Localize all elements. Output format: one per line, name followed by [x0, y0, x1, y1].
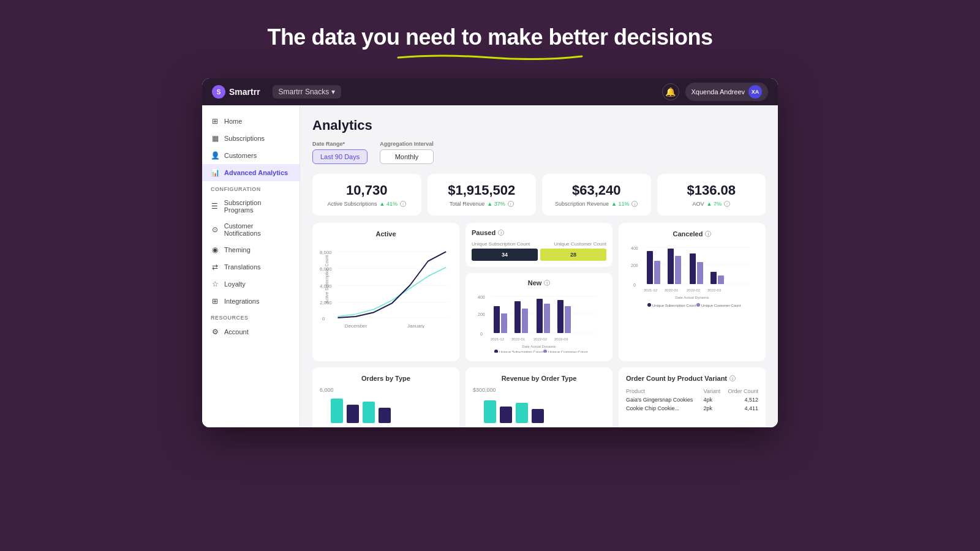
- sidebar-item-theming[interactable]: ◉ Theming: [202, 241, 300, 258]
- headline-text: The data you need to make better decisio…: [267, 24, 712, 50]
- headline-underline: [392, 53, 588, 60]
- right-charts-col-1: Paused i Unique Subscription Count Uniqu…: [466, 223, 612, 361]
- resources-section-label: Resources: [202, 310, 300, 323]
- sidebar-item-customer-notifications[interactable]: ⊙ Customer Notifications: [202, 218, 300, 241]
- variant-name: 2pk: [703, 404, 723, 413]
- bell-icon: 🔔: [665, 87, 676, 97]
- sidebar-item-subscriptions[interactable]: ▦ Subscriptions: [202, 130, 300, 147]
- account-icon: ⚙: [211, 328, 219, 336]
- svg-rect-21: [514, 301, 521, 333]
- svg-rect-65: [516, 403, 528, 423]
- subscriptions-icon: ▦: [211, 134, 219, 143]
- svg-rect-19: [494, 306, 500, 333]
- user-avatar: XA: [748, 85, 762, 99]
- svg-text:Date Actual Dynamic: Date Actual Dynamic: [675, 296, 709, 299]
- variant-name: 4pk: [703, 395, 723, 404]
- sidebar-item-home[interactable]: ⊞ Home: [202, 113, 300, 130]
- svg-rect-49: [718, 276, 724, 284]
- svg-text:2022-01: 2022-01: [665, 288, 679, 292]
- notification-button[interactable]: 🔔: [662, 83, 679, 100]
- sidebar-item-label: Integrations: [224, 298, 259, 305]
- svg-text:Unique Subscription Count: Unique Subscription Count: [652, 304, 696, 307]
- stat-value: $1,915,502: [448, 182, 515, 198]
- sidebar-item-label: Loyalty: [224, 280, 246, 288]
- svg-text:0: 0: [322, 316, 325, 321]
- svg-text:Unique Customer Count: Unique Customer Count: [701, 304, 741, 307]
- logo-icon: S: [212, 85, 225, 99]
- svg-text:2022-03: 2022-03: [707, 288, 722, 292]
- sidebar-item-advanced-analytics[interactable]: 📊 Advanced Analytics: [202, 164, 300, 181]
- app-window: S Smartrr Smartrr Snacks ▾ 🔔 Xquenda And…: [202, 78, 778, 427]
- store-selector[interactable]: Smartrr Snacks ▾: [273, 85, 342, 99]
- svg-text:400: 400: [478, 295, 485, 299]
- svg-text:December: December: [345, 323, 368, 328]
- user-badge[interactable]: Xquenda Andreev XA: [685, 83, 768, 101]
- svg-point-55: [647, 303, 651, 307]
- svg-rect-42: [647, 251, 653, 284]
- sidebar-item-customers[interactable]: 👤 Customers: [202, 147, 300, 164]
- sidebar-item-label: Customers: [224, 152, 257, 159]
- sidebar-item-label: Customer Notifications: [224, 222, 291, 237]
- customers-icon: 👤: [211, 151, 219, 160]
- svg-text:400: 400: [631, 246, 638, 250]
- info-icon: i: [498, 230, 504, 236]
- svg-point-34: [543, 350, 547, 353]
- svg-rect-47: [697, 262, 703, 284]
- info-icon: i: [729, 375, 736, 381]
- notifications-icon: ⊙: [211, 225, 219, 234]
- table-row: Gaia's Gingersnap Cookies 4pk 4,512: [626, 395, 758, 404]
- svg-point-32: [494, 350, 498, 353]
- svg-rect-59: [331, 399, 343, 423]
- canceled-chart-card: Canceled i 400 200 0: [619, 223, 766, 361]
- svg-text:Unique Customer Count: Unique Customer Count: [548, 350, 588, 353]
- active-line-chart: 8,000 6,000 4,000 2,000 0 December Janua…: [320, 242, 452, 328]
- sidebar-item-translations[interactable]: ⇄ Translations: [202, 258, 300, 276]
- sidebar-item-subscription-programs[interactable]: ☰ Subscription Programs: [202, 195, 300, 218]
- sidebar-item-loyalty[interactable]: ☆ Loyalty: [202, 276, 300, 293]
- canceled-bar-chart: 400 200 0: [626, 242, 758, 322]
- loyalty-icon: ☆: [211, 280, 219, 288]
- theming-icon: ◉: [211, 246, 219, 254]
- stat-card-subscription-revenue: $63,240 Subscription Revenue ▲ 11% i: [542, 174, 651, 216]
- revenue-by-order-title: Revenue by Order Type: [473, 375, 605, 382]
- aggregation-filter: Aggregation Interval Monthly: [380, 141, 434, 164]
- aggregation-label: Aggregation Interval: [380, 141, 434, 147]
- topbar-right: 🔔 Xquenda Andreev XA: [662, 83, 768, 101]
- bottom-charts-row: Orders by Type 6,000 Revenue by Order Ty…: [312, 367, 766, 427]
- info-icon: i: [544, 280, 550, 286]
- svg-text:Date Actual Dynamic: Date Actual Dynamic: [522, 345, 556, 348]
- active-chart-card: Active 8,000 6,000 4,000 2,000 0 Decembe…: [312, 223, 459, 361]
- orders-by-type-title: Orders by Type: [320, 375, 452, 382]
- aggregation-button[interactable]: Monthly: [380, 149, 434, 164]
- svg-text:Unique Subscription Count: Unique Subscription Count: [499, 350, 543, 353]
- content-area: Analytics Date Range* Last 90 Days Aggre…: [300, 105, 778, 427]
- svg-text:0: 0: [480, 332, 483, 336]
- topbar: S Smartrr Smartrr Snacks ▾ 🔔 Xquenda And…: [202, 78, 778, 105]
- home-icon: ⊞: [211, 117, 219, 126]
- paused-bar-row: 34 28: [472, 249, 606, 261]
- sidebar-item-account[interactable]: ⚙ Account: [202, 323, 300, 340]
- integrations-icon: ⊞: [211, 297, 219, 305]
- translations-icon: ⇄: [211, 263, 219, 271]
- charts-row-1: Active 8,000 6,000 4,000 2,000 0 Decembe…: [312, 223, 766, 361]
- date-range-button[interactable]: Last 90 Days: [312, 149, 368, 164]
- svg-rect-23: [537, 299, 543, 333]
- date-range-filter: Date Range* Last 90 Days: [312, 141, 368, 164]
- svg-point-57: [696, 303, 700, 307]
- svg-rect-43: [654, 261, 660, 284]
- col-variant: Variant: [703, 387, 723, 395]
- canceled-chart-title: Canceled i: [626, 230, 758, 238]
- paused-cust-bar: 28: [540, 249, 606, 261]
- table-row: Cookie Chip Cookie... 2pk 4,411: [626, 404, 758, 413]
- user-name: Xquenda Andreev: [692, 88, 745, 96]
- order-count-title: Order Count by Product Variant i: [626, 375, 758, 382]
- active-chart-title: Active: [320, 230, 452, 238]
- orders-y-label: 6,000: [320, 387, 452, 393]
- config-section-label: Configuration: [202, 181, 300, 195]
- svg-rect-26: [565, 306, 571, 333]
- paused-chart-title: Paused i: [472, 229, 606, 236]
- programs-icon: ☰: [211, 202, 219, 211]
- sidebar-item-integrations[interactable]: ⊞ Integrations: [202, 293, 300, 310]
- order-count: 4,411: [723, 404, 758, 413]
- svg-rect-24: [544, 304, 550, 333]
